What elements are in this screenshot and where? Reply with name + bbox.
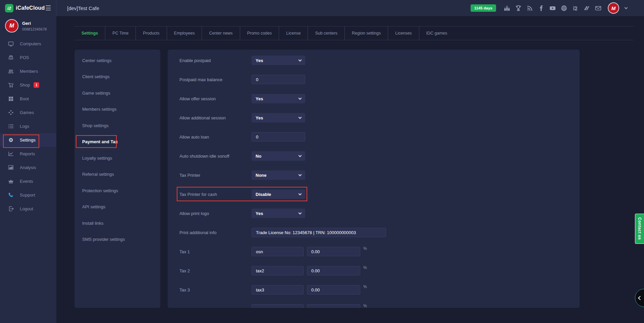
hamburger-menu-icon[interactable]: ☰ — [45, 5, 51, 11]
settings-menu-item-members-settings[interactable]: Members settings — [74, 101, 160, 118]
sidebar-item-events[interactable]: Events — [0, 174, 56, 188]
tab-center-news[interactable]: Center news — [202, 26, 239, 40]
tab-sub-centers[interactable]: Sub centers — [308, 26, 344, 40]
select-value: Yes — [256, 115, 263, 120]
facebook-icon[interactable] — [538, 5, 544, 11]
field-control: Disable — [252, 190, 305, 199]
select-value: No — [256, 154, 261, 159]
members-icon — [8, 68, 14, 74]
tab-products[interactable]: Products — [136, 26, 166, 40]
settings-menu-item-payment-and-tax[interactable]: Payment and Tax — [74, 134, 160, 150]
tab-pc-time[interactable]: PC Time — [105, 26, 136, 40]
sidebar-item-pos[interactable]: POS — [0, 51, 56, 64]
settings-menu-item-install-links[interactable]: Install links — [74, 215, 160, 231]
field-label: Tax Printer for cash — [179, 192, 217, 197]
tab-licenses[interactable]: Licenses — [388, 26, 419, 40]
crown-icon — [8, 178, 14, 184]
percent-sign: % — [363, 246, 367, 251]
sidebar-item-analysis[interactable]: Analysis — [0, 161, 56, 174]
contact-us-button[interactable]: Contact us — [635, 214, 644, 244]
sidebar-item-members[interactable]: Members — [0, 64, 56, 78]
youtube-icon[interactable] — [549, 5, 556, 11]
enable-postpaid-select[interactable]: Yes — [252, 56, 305, 65]
tax-rate-input[interactable]: 0.00 — [307, 285, 360, 294]
sidebar-item-label: Games — [20, 110, 34, 115]
sidebar-item-label: Analysis — [20, 165, 36, 170]
postpaid-max-balance-input[interactable]: 0 — [252, 75, 305, 84]
field-label: Allow auto loan — [179, 134, 209, 140]
tab-region-settings[interactable]: Region settings — [344, 26, 388, 40]
tax-rate-input[interactable] — [307, 304, 360, 308]
form-row-tax-3: Tax 3tax30.00% — [168, 285, 580, 294]
chevron-down-icon[interactable] — [625, 6, 628, 9]
globe-icon[interactable] — [561, 5, 567, 11]
tax-name-input[interactable] — [252, 304, 304, 308]
settings-menu-item-shop-settings[interactable]: Shop settings — [74, 117, 160, 134]
tab-license[interactable]: License — [279, 26, 308, 40]
report-icon — [8, 151, 14, 157]
tab-employees[interactable]: Employees — [167, 26, 202, 40]
allow-offer-session-select[interactable]: Yes — [252, 94, 305, 103]
auto-shutdown-idle-sonoff-select[interactable]: No — [252, 151, 305, 161]
sidebar-item-logout[interactable]: Logout — [0, 202, 56, 216]
sidebar-item-support[interactable]: Support — [0, 188, 56, 202]
sidebar-item-label: POS — [20, 55, 29, 60]
tax-printer-select[interactable]: None — [252, 170, 305, 180]
chevron-down-icon — [299, 173, 302, 176]
rss-icon[interactable] — [527, 5, 533, 11]
allow-additional-session-select[interactable]: Yes — [252, 113, 305, 122]
field-control: Trade License No: 12345678 | TRN: 100000… — [252, 228, 386, 237]
percent-sign: % — [363, 265, 367, 270]
tax-printer-for-cash-select[interactable]: Disable — [252, 190, 305, 199]
collapse-circle-button[interactable] — [635, 289, 644, 307]
settings-menu-item-client-settings[interactable]: Client settings — [74, 69, 160, 85]
sidebar-item-label: Support — [20, 193, 35, 198]
field-label: Allow offer session — [179, 96, 216, 101]
tax-rate-input[interactable]: 0.00 — [307, 247, 360, 256]
tax-name-input[interactable]: tax2 — [252, 266, 304, 275]
form-row-postpaid-max-balance: Postpaid max balance0 — [168, 75, 580, 84]
sidebar-item-reports[interactable]: Reports — [0, 147, 56, 161]
mail-icon[interactable] — [595, 5, 601, 11]
tab-promo-codes[interactable]: Promo codes — [240, 26, 279, 40]
field-control: Yes — [252, 94, 305, 103]
trophy-icon[interactable] — [515, 5, 522, 11]
tax-name-input[interactable]: osn — [252, 247, 304, 256]
settings-menu-item-sms-provider-settings[interactable]: SMS provider settings — [74, 231, 160, 248]
shop-count-badge: 1 — [34, 82, 39, 88]
sidebar-menu: ComputersPOSMembersShop1BootGamesLogs⚙Se… — [0, 37, 56, 216]
chevron-down-icon — [299, 192, 302, 195]
tab-idc-games[interactable]: IDC games — [419, 26, 454, 40]
settings-menu-item-loyalty-settings[interactable]: Loyalty settings — [74, 150, 160, 166]
settings-menu-item-referral-settings[interactable]: Referral settings — [74, 166, 160, 183]
field-control: Yes — [252, 113, 305, 122]
icafe-icon[interactable] — [572, 5, 579, 11]
ranking-icon[interactable] — [504, 5, 510, 11]
sidebar-item-logs[interactable]: Logs — [0, 119, 56, 133]
license-days-badge[interactable]: 1145 days — [471, 4, 496, 12]
layers-icon[interactable] — [584, 5, 590, 11]
allow-print-logo-select[interactable]: Yes — [252, 209, 305, 218]
logo[interactable]: i2 iCafeCloud — [5, 4, 45, 12]
tax-name-input[interactable]: tax3 — [252, 285, 304, 294]
field-label: Tax 3 — [179, 287, 190, 292]
select-value: Yes — [256, 211, 263, 216]
sidebar-item-games[interactable]: Games — [0, 106, 56, 119]
sidebar-item-settings[interactable]: ⚙Settings — [0, 133, 56, 147]
sidebar: M Geri 008812345678 ComputersPOSMembersS… — [0, 16, 56, 323]
user-avatar-menu[interactable]: M — [608, 2, 619, 14]
settings-menu-item-center-settings[interactable]: Center settings — [74, 52, 160, 69]
sidebar-item-boot[interactable]: Boot — [0, 92, 56, 106]
sidebar-item-computers[interactable]: Computers — [0, 37, 56, 51]
print-additional-info-input[interactable]: Trade License No: 12345678 | TRN: 100000… — [252, 228, 386, 237]
sidebar-item-shop[interactable]: Shop1 — [0, 78, 56, 92]
allow-auto-loan-input[interactable]: 0 — [252, 132, 305, 142]
form-row-allow-offer-session: Allow offer sessionYes — [168, 94, 580, 103]
settings-menu-item-protection-settings[interactable]: Protection settings — [74, 182, 160, 199]
tax-rate-input[interactable]: 0.00 — [307, 266, 360, 275]
tab-settings[interactable]: Settings — [74, 26, 105, 40]
logs-icon — [8, 123, 14, 129]
settings-menu-item-game-settings[interactable]: Game settings — [74, 85, 160, 101]
chevron-down-icon — [299, 58, 302, 61]
settings-menu-item-api-settings[interactable]: API settings — [74, 199, 160, 215]
